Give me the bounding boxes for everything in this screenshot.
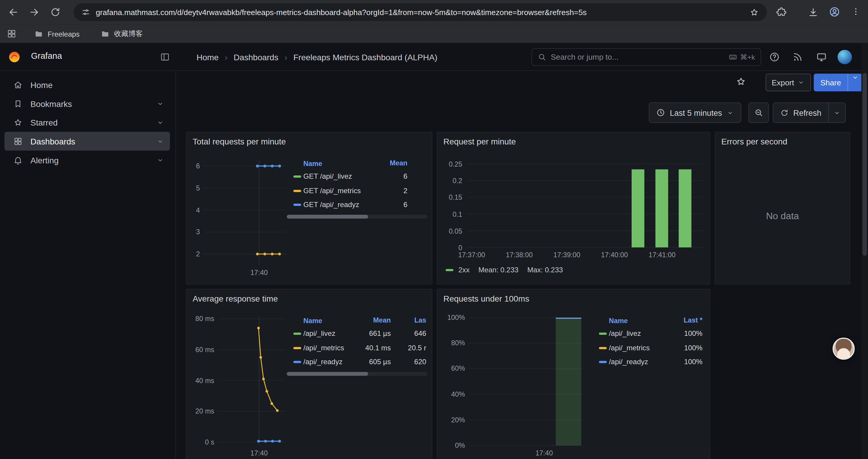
legend-row[interactable]: GET /api/_readyz6 (287, 198, 428, 212)
sidebar-item-label: Bookmarks (30, 99, 72, 108)
legend-stat: Mean: 0.233 (478, 266, 518, 274)
breadcrumb-item[interactable]: Dashboards (234, 52, 279, 62)
legend-header-name[interactable]: Name (303, 160, 322, 168)
panel-title[interactable]: Request per minute (443, 137, 516, 146)
legend-table: NameMeanGET /api/_livez6GET /api/_metric… (287, 159, 428, 218)
browser-profile-icon[interactable] (829, 6, 840, 18)
legend-series-name: GET /api/_livez (303, 172, 352, 181)
reload-icon[interactable] (50, 6, 61, 18)
sidebar-item-alerting[interactable]: Alerting (4, 151, 170, 169)
chevron-down-icon[interactable] (156, 99, 164, 107)
chart-plot[interactable] (468, 164, 704, 248)
series-color-swatch (293, 204, 301, 206)
y-axis-tick: 20% (437, 416, 465, 424)
chart-plot[interactable] (203, 159, 286, 265)
extensions-icon[interactable] (776, 6, 787, 17)
legend-row[interactable]: /api/_livez661 µs646 (287, 326, 428, 340)
legend-row[interactable]: /api/_readyz100% (592, 355, 707, 369)
y-axis-tick: 20 ms (186, 407, 214, 416)
apps-shortcut-icon[interactable] (6, 29, 17, 39)
assistant-avatar[interactable] (833, 338, 855, 360)
screen: grafana.mathmast.com/d/deytv4rwavabkb/fr… (0, 0, 868, 459)
legend-row[interactable]: GET /api/_metrics2 (287, 184, 428, 198)
breadcrumb-item[interactable]: Home (196, 52, 219, 62)
browser-menu-icon[interactable] (851, 6, 861, 17)
news-icon[interactable] (792, 52, 803, 62)
url-text[interactable]: grafana.mathmast.com/d/deytv4rwavabkb/fr… (96, 8, 744, 17)
browser-toolbar: grafana.mathmast.com/d/deytv4rwavabkb/fr… (0, 0, 868, 24)
chevron-down-icon[interactable] (156, 118, 164, 126)
dock-menu-icon[interactable] (160, 52, 170, 62)
y-axis-tick: 6 (186, 162, 200, 170)
panel-title[interactable]: Errors per second (721, 137, 787, 146)
share-label[interactable]: Share (814, 73, 848, 91)
refresh-button[interactable]: Refresh (773, 102, 846, 123)
search-input[interactable]: Search or jump to... ⌘+k (531, 48, 761, 66)
legend-header-name[interactable]: Name (609, 317, 628, 325)
chevron-down-icon[interactable] (156, 156, 164, 164)
bar (556, 318, 581, 446)
export-button[interactable]: Export (766, 73, 811, 91)
panel-title[interactable]: Total requests per minute (193, 137, 286, 146)
panel-title[interactable]: Average response time (193, 294, 278, 303)
legend-value: 605 µs (369, 355, 391, 369)
legend-header-value[interactable]: Las (414, 316, 426, 326)
legend-header-value[interactable]: Mean (373, 316, 391, 326)
user-avatar[interactable] (838, 50, 852, 64)
help-icon[interactable] (769, 52, 780, 62)
kiosk-mode-icon[interactable] (816, 52, 827, 62)
bookmark-star-icon[interactable] (749, 7, 759, 17)
legend-scrollbar-thumb[interactable] (287, 215, 368, 218)
zoom-out-button[interactable] (748, 102, 769, 123)
breadcrumb: Home›Dashboards›Freeleaps Metrics Dashbo… (196, 43, 437, 71)
chart-plot[interactable] (217, 316, 285, 446)
share-button[interactable]: Share (814, 73, 863, 91)
x-axis-tick: 17:40 (237, 449, 281, 458)
legend-value: 646 (414, 326, 426, 340)
share-menu-chevron-icon[interactable] (848, 73, 863, 81)
legend-scrollbar-thumb[interactable] (287, 371, 368, 375)
panel-total-requests-per-minute: Total requests per minute 6543217:40Name… (186, 132, 433, 285)
sidebar-item-home[interactable]: Home (4, 75, 170, 94)
legend-header-name[interactable]: Name (303, 317, 322, 325)
site-info-icon[interactable] (81, 8, 90, 17)
legend-row[interactable]: /api/_livez100% (592, 326, 707, 340)
sidebar-item-starred[interactable]: Starred (4, 113, 170, 132)
legend-header-value[interactable]: Last * (684, 316, 703, 326)
bookmark-item[interactable]: 收藏博客 (101, 28, 143, 39)
bookmark-icon (13, 99, 23, 108)
time-range-picker[interactable]: Last 5 minutes (649, 102, 741, 123)
sidebar-item-bookmarks[interactable]: Bookmarks (4, 94, 170, 113)
search-shortcut: ⌘+k (740, 53, 755, 61)
scrollbar-thumb[interactable] (862, 73, 867, 256)
legend-row[interactable]: /api/_readyz605 µs620 (287, 355, 428, 369)
legend-value: 100% (684, 355, 702, 369)
legend-value: 20.5 r (408, 340, 426, 355)
chevron-down-icon[interactable] (156, 137, 164, 145)
legend-header-value[interactable]: Mean (390, 159, 407, 168)
refresh-divider (828, 102, 829, 123)
legend-row[interactable]: GET /api/_livez6 (287, 169, 428, 184)
bookmark-label: Freeleaps (48, 30, 80, 38)
grafana-logo[interactable] (8, 51, 21, 64)
bookmark-item[interactable]: Freeleaps (34, 28, 80, 39)
panel-title[interactable]: Requests under 100ms (443, 294, 529, 303)
legend-scrollbar[interactable] (287, 371, 428, 375)
legend-series-name[interactable]: 2xx (458, 266, 469, 274)
downloads-icon[interactable] (808, 6, 819, 18)
legend-row[interactable]: /api/_metrics40.1 ms20.5 r (287, 340, 428, 355)
sidebar-item-label: Home (30, 80, 53, 90)
y-axis-tick: 0.05 (437, 227, 462, 236)
legend-inline[interactable]: 2xxMean: 0.233Max: 0.233 (445, 266, 563, 274)
sidebar-item-dashboards[interactable]: Dashboards (4, 132, 170, 151)
clock-icon (656, 108, 665, 117)
legend-scrollbar[interactable] (287, 215, 428, 218)
forward-icon[interactable] (29, 6, 39, 18)
url-bar[interactable]: grafana.mathmast.com/d/deytv4rwavabkb/fr… (73, 3, 767, 21)
favorite-dashboard-icon[interactable] (736, 76, 746, 87)
back-icon[interactable] (8, 6, 19, 18)
x-axis-tick: 17:39:00 (545, 251, 589, 260)
refresh-interval-chevron-icon[interactable] (833, 109, 841, 117)
legend-table: NameMeanLas/api/_livez661 µs646/api/_met… (287, 316, 428, 375)
legend-row[interactable]: /api/_metrics100% (592, 340, 707, 355)
